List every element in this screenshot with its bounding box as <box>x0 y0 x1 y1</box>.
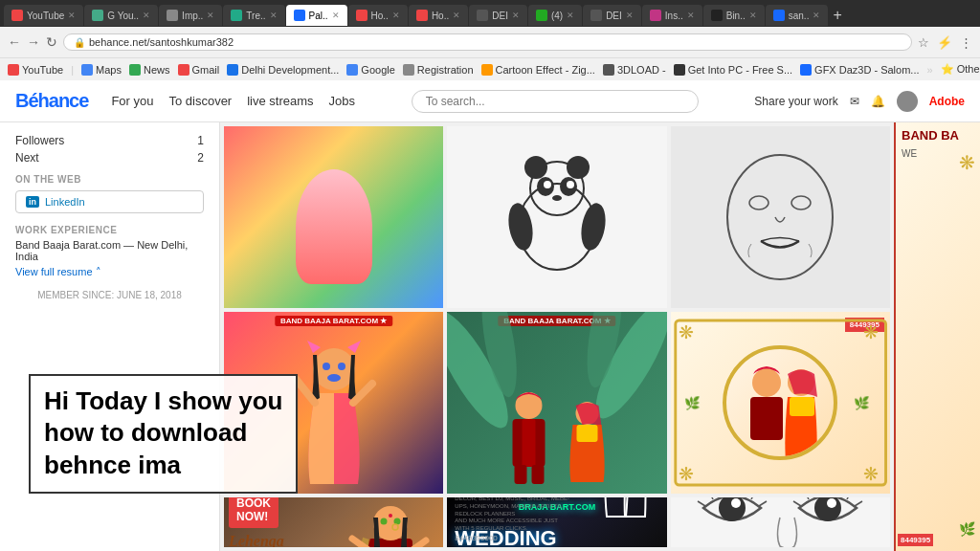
tab-close[interactable]: ✕ <box>392 11 400 20</box>
bookmark-maps[interactable]: Maps <box>81 64 122 76</box>
tab-dei2[interactable]: DEI ✕ <box>583 5 641 26</box>
svg-marker-15 <box>307 341 321 353</box>
reload-button[interactable]: ↻ <box>46 34 57 50</box>
bookmark-getintopc[interactable]: Get Into PC - Free S... <box>674 64 792 76</box>
nav-to-discover[interactable]: To discover <box>168 94 232 108</box>
bookmark-gmail[interactable]: Gmail <box>178 64 220 76</box>
tab-close[interactable]: ✕ <box>687 11 695 20</box>
alert-icon[interactable]: 🔔 <box>871 95 885 108</box>
tab-santosh[interactable]: san.. ✕ <box>766 5 829 26</box>
tab-favicon <box>477 10 488 21</box>
header-search <box>412 90 699 113</box>
tab-ho1[interactable]: Ho.. ✕ <box>348 5 408 26</box>
share-work-button[interactable]: Share your work <box>754 95 837 108</box>
svg-point-12 <box>749 196 768 209</box>
tab-youtube[interactable]: YouTube ✕ <box>4 5 83 26</box>
nav-live-streams[interactable]: live streams <box>247 94 313 108</box>
tab-close[interactable]: ✕ <box>332 11 340 20</box>
nav-for-you[interactable]: For you <box>111 94 153 108</box>
bookmark-cartoon[interactable]: Cartoon Effect - Zig... <box>481 64 595 76</box>
bookmark-other[interactable]: ⭐ Other bookmarks <box>941 63 980 76</box>
gallery-item-6[interactable]: 8449395 ❋ ❋ ❋ ❋ 🌿 🌿 <box>671 312 890 494</box>
gallery-item-7[interactable]: BridalLehenga BOOKNOW! <box>224 497 443 547</box>
notification-icon[interactable]: ✉ <box>850 95 859 108</box>
new-tab-button[interactable]: + <box>833 7 841 24</box>
forward-button[interactable]: → <box>27 34 40 50</box>
bookmark-favicon <box>800 64 812 76</box>
tab-close[interactable]: ✕ <box>453 11 460 20</box>
extensions-icon[interactable]: ⚡ <box>937 35 952 50</box>
gallery-item-8[interactable]: BRAJA BART.COM WEDDINGSOLUTION 844939590… <box>447 497 666 547</box>
linkedin-icon: in <box>26 196 39 208</box>
tab-bing[interactable]: Bin.. ✕ <box>703 5 765 26</box>
tab-favicon <box>650 10 661 21</box>
tab-whatsapp[interactable]: (4) ✕ <box>528 5 582 26</box>
tab-close[interactable]: ✕ <box>626 11 634 20</box>
svg-point-48 <box>389 514 392 518</box>
gallery-item-5[interactable]: BAND BAAJA BARAT.COM ★ <box>447 312 666 494</box>
gallery-item-3[interactable] <box>671 126 890 308</box>
tab-bar: YouTube ✕ G You.. ✕ Imp.. ✕ Tre.. ✕ Pal.… <box>0 0 980 27</box>
tab-close[interactable]: ✕ <box>68 11 76 20</box>
adobe-logo: Adobе <box>929 95 965 108</box>
search-input[interactable] <box>412 90 699 113</box>
address-bar[interactable]: 🔒 behance.net/santoshkumar382 <box>63 33 912 51</box>
couple-logo <box>595 497 653 518</box>
tab-close[interactable]: ✕ <box>749 11 757 20</box>
linkedin-button[interactable]: in LinkedIn <box>15 190 204 213</box>
tab-close[interactable]: ✕ <box>567 11 574 20</box>
tab-close[interactable]: ✕ <box>143 11 150 20</box>
tab-tre[interactable]: Tre.. ✕ <box>223 5 284 26</box>
tab-favicon <box>92 10 103 21</box>
bookmark-youtube[interactable]: YouTube <box>8 64 63 76</box>
back-button[interactable]: ← <box>8 34 21 50</box>
bookmark-delhi[interactable]: Delhi Development... <box>227 64 339 76</box>
tab-dei1[interactable]: DEI ✕ <box>469 5 527 26</box>
view-resume-link[interactable]: View full resume ˄ <box>15 266 204 278</box>
svg-line-64 <box>805 497 809 499</box>
overlay-line1: Hi Today I show you <box>44 386 282 415</box>
tab-ho2[interactable]: Ho.. ✕ <box>409 5 468 26</box>
menu-icon[interactable]: ⋮ <box>960 35 972 50</box>
description-text: BANDBAAJABARAT.COM CONNECTS WITH A SMART… <box>455 497 569 533</box>
user-avatar[interactable] <box>897 91 918 112</box>
bookmark-favicon <box>227 64 238 76</box>
followers-label: Followers <box>15 134 64 147</box>
svg-point-14 <box>313 348 355 390</box>
bookmark-gfx[interactable]: GFX Daz3D - Salom... <box>800 64 919 76</box>
svg-point-18 <box>338 363 345 370</box>
next-label: Next <box>15 151 39 165</box>
tab-favicon <box>773 10 785 21</box>
tab-imp[interactable]: Imp.. ✕ <box>159 5 222 26</box>
face-sketch-svg <box>713 141 847 294</box>
bookmark-news[interactable]: News <box>129 64 170 76</box>
gallery-item-2[interactable] <box>447 126 666 308</box>
bookmark-registration[interactable]: Registration <box>403 64 474 76</box>
bookmark-favicon <box>129 64 141 76</box>
book-now-button[interactable]: BOOKNOW! <box>229 497 278 528</box>
tab-close[interactable]: ✕ <box>207 11 214 20</box>
tab-close[interactable]: ✕ <box>512 11 520 20</box>
bookmark-star-icon[interactable]: ☆ <box>918 35 929 50</box>
bookmark-favicon <box>346 64 358 76</box>
tab-favicon <box>590 10 602 21</box>
svg-line-62 <box>759 501 767 506</box>
bookmark-favicon <box>8 64 19 76</box>
tab-close[interactable]: ✕ <box>813 11 820 20</box>
tab-g-youtube[interactable]: G You.. ✕ <box>84 5 158 26</box>
bride-svg <box>563 398 611 484</box>
bookmark-google[interactable]: Google <box>346 64 394 76</box>
svg-line-59 <box>709 497 713 499</box>
svg-point-13 <box>791 196 811 209</box>
svg-line-66 <box>847 497 851 499</box>
bookmark-3dload[interactable]: 3DLOAD - <box>603 64 666 76</box>
tab-behance[interactable]: Pal.. ✕ <box>286 5 347 26</box>
gallery-item-9[interactable] <box>671 497 890 547</box>
tab-favicon <box>536 10 547 21</box>
nav-jobs[interactable]: Jobs <box>329 94 355 108</box>
gallery-item-1[interactable] <box>224 126 443 308</box>
tab-close[interactable]: ✕ <box>270 11 278 20</box>
tab-instagram[interactable]: Ins.. ✕ <box>642 5 702 26</box>
svg-point-11 <box>727 155 833 279</box>
svg-point-55 <box>731 498 741 508</box>
